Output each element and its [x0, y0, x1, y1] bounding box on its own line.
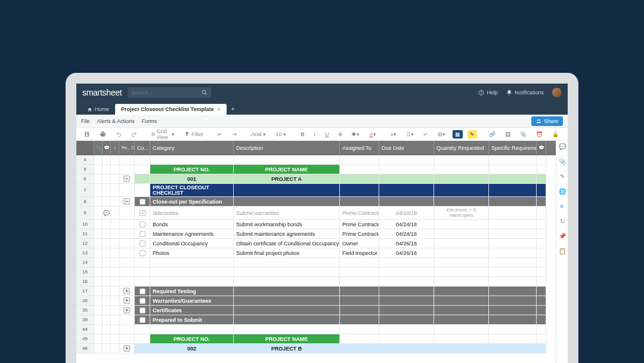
cell-assn[interactable]: Field Inspector — [340, 248, 379, 258]
italic-icon[interactable]: I — [311, 130, 318, 139]
print-icon[interactable] — [97, 130, 109, 139]
gridview-button[interactable]: Grid View ▾ — [149, 127, 177, 141]
strike-icon[interactable]: S — [336, 130, 344, 139]
save-icon[interactable] — [81, 130, 92, 139]
header-description[interactable]: Description — [234, 141, 340, 155]
rail-reminder-icon[interactable]: 📌 — [559, 233, 566, 239]
checkbox[interactable] — [140, 199, 145, 205]
help-link[interactable]: Help — [478, 90, 498, 96]
fontsize-select[interactable]: 10 ▾ — [273, 130, 289, 139]
undo-icon[interactable] — [113, 130, 124, 139]
rownum[interactable]: 11 — [76, 229, 94, 239]
tab-home[interactable]: Home — [81, 104, 115, 115]
rownum[interactable]: 16 — [76, 277, 94, 287]
rownum[interactable]: 13 — [76, 248, 94, 258]
filter-button[interactable]: Filter — [182, 130, 206, 139]
menu-forms[interactable]: Forms — [142, 118, 157, 124]
table-row[interactable]: 6 − 001 PROJECT A — [76, 174, 556, 184]
table-row[interactable]: 46 + 002 PROJECT B — [76, 344, 556, 353]
checkbox[interactable] — [140, 241, 145, 247]
underline-icon[interactable]: U — [323, 130, 332, 139]
table-row[interactable]: 39 Prepared to Submit — [76, 315, 556, 325]
cell-category[interactable]: Maintenance Agreements — [150, 229, 234, 239]
cell-assn[interactable]: Prime Contractor — [340, 207, 379, 220]
table-row[interactable]: 44 — [76, 325, 556, 334]
tab-close-icon[interactable]: × — [217, 106, 220, 112]
rownum[interactable]: 12 — [76, 239, 94, 248]
table-row[interactable]: 17 + Required Testing — [76, 287, 556, 296]
cell-qty[interactable]: Electronic + 5 Hardcopies — [434, 207, 489, 220]
table-row[interactable]: 7 PROJECT CLOSEOUT CHECKLIST — [76, 184, 556, 197]
cell-assn[interactable]: Prime Contractor — [340, 229, 379, 239]
table-row[interactable]: 5 PROJECT NO. PROJECT NAME — [76, 165, 556, 174]
project-no-value[interactable]: 002 — [150, 344, 234, 353]
cell-desc[interactable]: Submit final project photos — [234, 248, 340, 258]
cell-assn[interactable]: Owner — [340, 239, 379, 248]
cell-assn[interactable]: Prime Contractor — [340, 220, 379, 229]
checkbox[interactable] — [140, 288, 145, 294]
rownum[interactable]: 35 — [76, 306, 94, 315]
project-name-value[interactable]: PROJECT B — [234, 344, 340, 353]
rail-activity-icon[interactable]: ≡ — [561, 203, 564, 210]
menu-file[interactable]: File — [81, 118, 90, 124]
table-row[interactable]: 14 — [76, 258, 556, 267]
outdent-icon[interactable]: ⇤ — [215, 130, 225, 139]
highlight-on-icon[interactable]: ▦ — [453, 130, 463, 139]
table-row[interactable]: 9 💬 ✓ Warranties Submit warranties Prime… — [76, 207, 556, 220]
wrap-icon[interactable]: ↵ — [421, 130, 431, 139]
rownum[interactable]: 8 — [76, 197, 94, 207]
table-row[interactable]: 26 + Warranties/Guarantees — [76, 296, 556, 306]
checkbox[interactable] — [140, 250, 145, 256]
menu-alerts[interactable]: Alerts & Actions — [97, 118, 135, 124]
header-pri[interactable]: Pri... Col... — [119, 141, 135, 155]
cell-desc[interactable]: Submit maintenance agreements — [234, 229, 340, 239]
rownum[interactable]: 6 — [76, 174, 94, 184]
checkbox[interactable] — [140, 298, 145, 304]
tab-active[interactable]: Project Closeout Checklist Template × — [115, 104, 227, 115]
cell-due[interactable]: 04/24/18 — [379, 220, 434, 229]
bold-icon[interactable]: B — [298, 130, 307, 139]
header-assigned[interactable]: Assigned To — [340, 141, 379, 155]
avatar[interactable] — [552, 88, 562, 97]
font-select[interactable]: Arial ▾ — [249, 130, 269, 139]
highlight-color-icon[interactable]: ✎ — [467, 130, 477, 139]
share-button[interactable]: Share — [531, 116, 563, 126]
table-row[interactable]: 8 − Close-out per Specification — [76, 197, 556, 207]
reminder-icon[interactable]: ⏰ — [534, 130, 545, 139]
table-row[interactable]: 12 Conditional Occupancy Obtain certific… — [76, 239, 556, 248]
header-category[interactable]: Category — [150, 141, 234, 155]
search-input[interactable] — [131, 90, 202, 96]
cell-due[interactable]: 04/10/18 — [379, 207, 434, 220]
table-row[interactable]: 10 Bonds Submit workmanship bonds Prime … — [76, 220, 556, 229]
header-expand-icon[interactable]: ↕ — [111, 141, 119, 155]
rail-proof-icon[interactable]: ✎ — [560, 173, 565, 180]
align-icon[interactable]: ≡▾ — [388, 130, 399, 139]
search-icon[interactable] — [202, 90, 208, 96]
rail-attach-icon[interactable]: 📎 — [559, 158, 566, 165]
attach-icon[interactable]: 📎 — [518, 130, 529, 139]
cell-desc[interactable]: Obtain certificate of Conditional Occupa… — [234, 239, 340, 248]
cell-category[interactable]: Bonds — [150, 220, 234, 229]
cell-category[interactable]: Conditional Occupancy — [150, 239, 234, 248]
rownum[interactable]: 44 — [76, 325, 94, 334]
rail-publish-icon[interactable]: 🌐 — [559, 188, 566, 195]
header-attach-icon[interactable]: 📎 — [94, 141, 103, 155]
rownum[interactable]: 7 — [76, 184, 94, 197]
checkbox[interactable] — [140, 231, 145, 237]
cell-due[interactable]: 04/24/18 — [379, 229, 434, 239]
table-row[interactable]: 45 PROJECT NO. PROJECT NAME — [76, 334, 556, 344]
table-row[interactable]: 4 — [76, 155, 556, 165]
rownum[interactable]: 39 — [76, 315, 94, 325]
cell-category[interactable]: Warranties — [150, 207, 234, 220]
checkbox[interactable] — [140, 222, 145, 227]
link-icon[interactable]: 🔗 — [487, 130, 498, 139]
table-row[interactable]: 11 Maintenance Agreements Submit mainten… — [76, 229, 556, 239]
rownum[interactable]: 17 — [76, 287, 94, 296]
checkbox[interactable] — [140, 307, 145, 313]
collapse-icon[interactable]: − — [123, 198, 130, 205]
checkbox[interactable] — [140, 317, 145, 323]
tab-add[interactable]: + — [227, 103, 240, 115]
rownum[interactable]: 10 — [76, 220, 94, 229]
rail-update-icon[interactable]: ↻ — [560, 218, 565, 224]
rail-comment-icon[interactable]: 💬 — [559, 143, 566, 150]
